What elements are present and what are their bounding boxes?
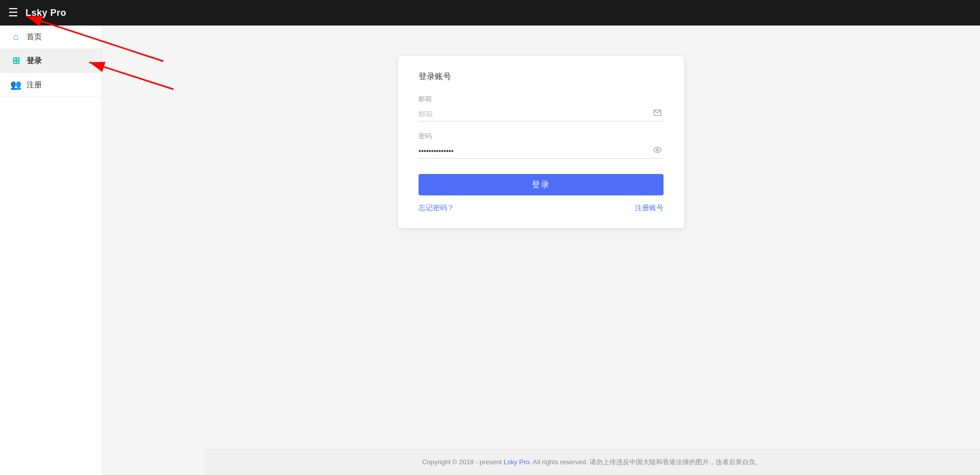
email-label: 邮箱 xyxy=(419,94,664,104)
navbar: ☰ Lsky Pro xyxy=(0,0,980,26)
footer: Copyright © 2018 - present Lsky Pro. All… xyxy=(204,449,980,475)
password-input[interactable] xyxy=(419,144,664,158)
sidebar-item-register[interactable]: 👥 注册 xyxy=(0,73,102,97)
brand-title: Lsky Pro xyxy=(26,8,66,18)
password-input-wrapper xyxy=(419,144,664,159)
footer-text-before: Copyright © 2018 - present xyxy=(422,458,504,466)
register-icon: 👥 xyxy=(10,79,21,90)
svg-point-1 xyxy=(656,149,658,151)
login-card: 登录账号 邮箱 密码 xyxy=(398,56,684,228)
password-form-group: 密码 xyxy=(419,132,664,159)
main-content: 登录账号 邮箱 密码 xyxy=(102,26,980,475)
password-label: 密码 xyxy=(419,132,664,141)
hamburger-icon[interactable]: ☰ xyxy=(8,7,18,18)
login-icon: ⊞ xyxy=(10,55,21,66)
login-card-title: 登录账号 xyxy=(419,71,664,82)
sidebar-item-home[interactable]: ⌂ 首页 xyxy=(0,26,102,49)
sidebar: ⌂ 首页 ⊞ 登录 👥 注册 xyxy=(0,26,102,475)
sidebar-item-login[interactable]: ⊞ 登录 xyxy=(0,49,102,73)
login-links: 忘记密码？ 注册账号 xyxy=(419,204,664,213)
sidebar-item-register-label: 注册 xyxy=(27,80,42,90)
login-button[interactable]: 登录 xyxy=(419,174,664,195)
password-toggle-icon[interactable] xyxy=(653,146,662,156)
sidebar-item-home-label: 首页 xyxy=(27,32,42,42)
email-form-group: 邮箱 xyxy=(419,94,664,121)
forgot-password-link[interactable]: 忘记密码？ xyxy=(419,204,454,213)
footer-brand-link[interactable]: Lsky Pro xyxy=(504,458,530,466)
content-area: 登录账号 邮箱 密码 xyxy=(102,26,980,449)
email-input[interactable] xyxy=(419,107,664,121)
home-icon: ⌂ xyxy=(10,32,21,42)
email-icon xyxy=(653,109,662,119)
email-input-wrapper xyxy=(419,107,664,121)
footer-text-after: . All rights reserved. 请勿上传违反中国大陆和香港法律的图… xyxy=(529,458,762,466)
sidebar-item-login-label: 登录 xyxy=(27,56,42,66)
register-link[interactable]: 注册账号 xyxy=(635,204,664,213)
